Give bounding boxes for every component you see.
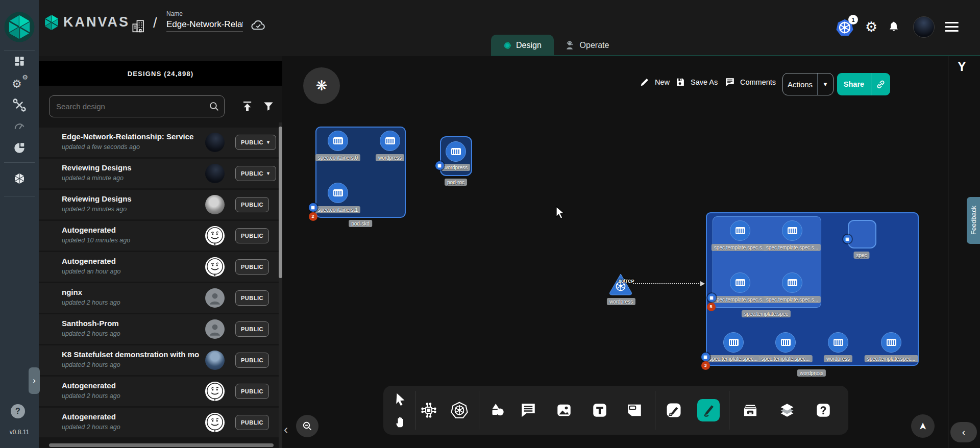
text-tool[interactable] [589,399,611,421]
freehand-draw-tool[interactable] [697,399,720,421]
container-node[interactable] [881,332,901,353]
actions-dropdown-button[interactable]: Actions ▼ [782,73,834,95]
container-node[interactable] [328,131,348,151]
visibility-badge[interactable]: PUBLIC ▼ [235,321,269,337]
design-list-item[interactable]: Santhosh-Prom updated 2 hours ago PUBLIC… [39,314,279,344]
container-node[interactable] [782,220,802,241]
pan-tool[interactable] [389,410,412,433]
dock-toggle-icon[interactable]: Y [958,59,966,74]
canvas-settings-button[interactable]: ❋ [303,67,340,104]
visibility-badge[interactable]: PUBLIC ▼ [235,228,269,243]
new-design-button[interactable]: New [639,77,670,88]
feedback-tab[interactable]: Feedback [967,197,980,244]
design-list-item[interactable]: Autogenerated updated 10 minutes ago PUB… [39,221,279,251]
layers-tool[interactable] [776,399,798,421]
design-updated-text: updated a minute ago [62,175,124,182]
design-list-item[interactable]: Reviewing Designs updated 2 minutes ago … [39,190,279,219]
search-icon[interactable] [208,100,220,115]
share-button[interactable]: Share [837,73,890,95]
pod-status-badge[interactable]: ▦ [843,235,852,243]
sidebar-item-dashboard[interactable] [11,53,28,69]
visibility-badge[interactable]: PUBLIC ▼ [235,415,269,430]
container-node[interactable] [828,332,848,353]
help-tool[interactable] [812,399,835,421]
error-count-badge[interactable]: 5 [707,303,716,311]
pod-status-badge[interactable]: ▦ [435,161,444,170]
pod-status-badge[interactable]: ▦ [701,353,710,361]
service-edge[interactable] [633,283,701,284]
visibility-badge[interactable]: PUBLIC ▼ [235,384,269,399]
user-avatar[interactable] [913,16,935,38]
copy-link-button[interactable] [871,79,890,90]
rail-expand-button[interactable]: › [29,367,40,394]
design-list-item[interactable]: Edge-Network-Relationship: Service updat… [39,128,279,157]
chevron-down-icon[interactable]: ▼ [818,81,833,87]
pen-tool[interactable] [663,399,685,421]
tab-operate[interactable]: Operate [554,35,619,56]
sidebar-item-kanvas[interactable] [11,170,28,187]
drawer-tool[interactable] [739,399,762,421]
design-list-item[interactable]: K8 Statefulset demonstration with mo upd… [39,345,279,375]
zoom-button[interactable] [296,415,318,437]
pod-status-badge[interactable]: ▦ [309,203,317,212]
sidebar-item-performance[interactable] [11,118,28,135]
error-count-badge[interactable]: 2 [309,212,317,221]
kubernetes-context-switcher[interactable]: 1 [836,18,855,38]
comments-button[interactable]: Comments [724,77,776,88]
container-node[interactable] [730,220,750,241]
help-button[interactable]: ? [11,404,25,418]
collapse-panel-chevron[interactable]: ‹ [284,422,288,437]
service-node[interactable] [608,272,633,298]
spec-node[interactable] [848,220,876,248]
design-list-item[interactable]: nginx updated 2 hours ago PUBLIC ▼ [39,283,279,313]
organization-icon[interactable] [131,18,146,36]
shapes-tool[interactable] [486,399,509,421]
kubernetes-tool[interactable] [448,399,471,421]
visibility-badge[interactable]: PUBLIC ▼ [235,166,276,181]
pod-status-badge[interactable]: ▦ [707,293,716,302]
container-node[interactable] [782,272,802,293]
save-as-button[interactable]: Save As [675,77,718,88]
visibility-badge[interactable]: PUBLIC ▼ [235,197,269,212]
menu-button[interactable] [945,22,959,34]
kanvas-logo-icon[interactable] [43,14,60,31]
center-canvas-button[interactable]: ➤ [911,414,935,438]
list-scrollbar-thumb[interactable] [279,127,282,278]
filter-button[interactable] [260,98,277,114]
design-list-item[interactable]: Reviewing Designs updated a minute ago P… [39,159,279,188]
error-count-badge[interactable]: 3 [701,361,710,370]
container-node[interactable] [723,332,744,353]
sidebar-item-lifecycle[interactable]: ⚙⚙ [11,75,28,91]
collapse-right-dock-button[interactable]: ‹ [950,422,977,442]
meshery-logo[interactable] [4,11,35,43]
pod-template-group-node[interactable] [713,216,821,308]
visibility-label: PUBLIC [241,233,263,239]
visibility-badge[interactable]: PUBLIC ▼ [235,135,276,150]
sidebar-item-extensions[interactable] [11,140,28,156]
design-list-item[interactable]: Autogenerated updated an hour ago PUBLIC… [39,252,279,282]
tab-design[interactable]: ✺ Design [491,35,554,56]
visibility-badge[interactable]: PUBLIC ▼ [235,290,269,306]
component-tool[interactable] [418,399,440,421]
settings-button[interactable]: ⚙ [864,19,879,35]
design-name-input[interactable] [166,19,243,32]
container-node[interactable] [775,332,796,353]
design-list-item[interactable]: Autogenerated updated 2 hours ago PUBLIC… [39,377,279,406]
container-icon [781,339,791,346]
container-node[interactable] [328,183,348,203]
visibility-badge[interactable]: PUBLIC ▼ [235,259,269,275]
container-node[interactable] [730,272,750,293]
sidebar-item-configuration[interactable] [11,97,28,113]
note-tool[interactable] [623,399,646,421]
design-list-item[interactable]: Autogenerated updated 2 hours ago PUBLIC… [39,408,279,437]
notifications-button[interactable] [886,19,901,35]
visibility-badge[interactable]: PUBLIC ▼ [235,353,269,368]
image-tool[interactable] [553,399,575,421]
comment-tool[interactable] [517,399,540,421]
search-design-input[interactable] [49,95,225,117]
container-node[interactable] [380,131,400,151]
list-hscrollbar-thumb[interactable] [49,443,274,447]
import-design-button[interactable] [239,98,255,114]
container-node[interactable] [446,141,466,162]
select-tool[interactable] [389,388,412,410]
